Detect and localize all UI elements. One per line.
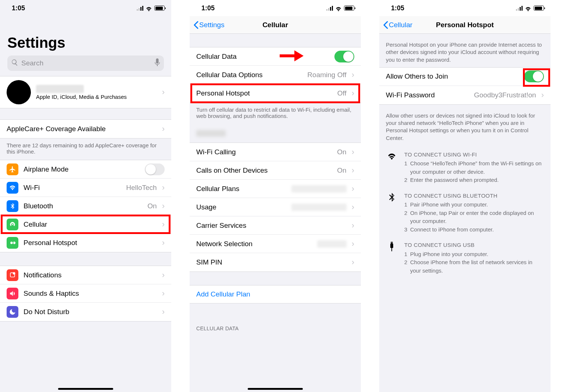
bluetooth-row[interactable]: Bluetooth On ›	[0, 197, 171, 215]
personal-hotspot-row[interactable]: Personal Hotspot Off ›	[190, 84, 361, 103]
status-bar: 1:05	[0, 0, 171, 16]
chevron-right-icon: ›	[352, 70, 354, 80]
hotspot-intro: Personal Hotspot on your iPhone can prov…	[379, 34, 551, 67]
wifi-icon	[386, 151, 398, 161]
chevron-right-icon: ›	[162, 220, 165, 229]
allow-others-toggle[interactable]	[524, 71, 544, 82]
carrier-services-row[interactable]: Carrier Services ›	[190, 216, 361, 235]
chevron-right-icon: ›	[352, 221, 354, 230]
chevron-right-icon: ›	[352, 166, 354, 175]
dnd-row[interactable]: Do Not Disturb ›	[0, 303, 171, 321]
search-input[interactable]: Search	[7, 55, 164, 71]
bluetooth-icon	[7, 200, 18, 212]
search-placeholder: Search	[21, 59, 151, 67]
hotspot-row[interactable]: Personal Hotspot ›	[0, 234, 171, 252]
chevron-right-icon: ›	[352, 89, 354, 98]
cellular-data-options-row[interactable]: Cellular Data Options Roaming Off ›	[190, 66, 361, 84]
status-bar: 1:05	[379, 0, 551, 16]
wifi-calling-row[interactable]: Wi-Fi Calling On ›	[190, 143, 361, 161]
notifications-row[interactable]: Notifications ›	[0, 266, 171, 284]
redacted-value	[317, 240, 347, 248]
chevron-right-icon: ›	[162, 183, 165, 193]
battery-icon	[344, 6, 354, 11]
redacted-value	[291, 185, 347, 193]
connect-bluetooth-section: TO CONNECT USING BLUETOOTH 1Pair iPhone …	[379, 187, 551, 236]
back-button[interactable]: Cellular	[383, 21, 412, 29]
allow-others-note: Allow other users or devices not signed …	[379, 105, 551, 145]
cellular-data-note: Turn off cellular data to restrict all d…	[190, 103, 361, 124]
applecare-row[interactable]: AppleCare+ Coverage Available ›	[0, 120, 171, 138]
signal-icon	[137, 6, 143, 11]
status-time: 1:05	[7, 4, 25, 12]
usb-icon	[386, 241, 398, 251]
chevron-right-icon: ›	[162, 87, 165, 97]
chevron-right-icon: ›	[162, 270, 165, 280]
mic-icon[interactable]	[154, 58, 160, 68]
screen-cellular: 1:05 Settings Cellular Cellular Data Cel…	[190, 0, 361, 392]
apple-id-subtitle: Apple ID, iCloud, Media & Purchases	[36, 94, 127, 100]
cellular-plans-row[interactable]: Cellular Plans ›	[190, 180, 361, 198]
home-indicator	[248, 388, 303, 390]
back-button[interactable]: Settings	[193, 21, 225, 29]
wifi-icon	[146, 6, 152, 11]
chevron-right-icon: ›	[352, 184, 354, 194]
svg-rect-5	[391, 242, 391, 242]
battery-icon	[534, 6, 544, 11]
apple-id-row[interactable]: Apple ID, iCloud, Media & Purchases ›	[0, 76, 171, 108]
connect-wifi-section: TO CONNECT USING WI-FI 1Choose “HelloTec…	[379, 145, 551, 187]
usage-row[interactable]: Usage ›	[190, 198, 361, 216]
battery-icon	[154, 6, 165, 11]
svg-rect-6	[392, 242, 392, 242]
sounds-icon	[7, 288, 18, 299]
connect-usb-section: TO CONNECT USING USB 1Plug iPhone into y…	[379, 236, 551, 277]
cellular-icon	[7, 219, 18, 230]
bluetooth-icon	[386, 192, 398, 202]
airplane-icon	[7, 163, 18, 175]
sim-pin-row[interactable]: SIM PIN ›	[190, 253, 361, 271]
airplane-toggle[interactable]	[145, 163, 165, 175]
search-icon	[11, 59, 18, 68]
section-header-cellular-data: CELLULAR DATA	[190, 318, 361, 334]
chevron-left-icon	[193, 21, 198, 29]
applecare-note: There are 12 days remaining to add Apple…	[0, 139, 171, 160]
notifications-icon	[7, 269, 18, 281]
svg-rect-7	[390, 244, 393, 248]
redacted-value	[291, 204, 347, 211]
cellular-data-row[interactable]: Cellular Data	[190, 47, 361, 66]
svg-point-1	[13, 272, 15, 274]
chevron-right-icon: ›	[352, 258, 354, 267]
screen-hotspot: 1:05 Cellular Personal Hotspot Personal …	[379, 0, 551, 392]
sounds-row[interactable]: Sounds & Haptics ›	[0, 284, 171, 303]
status-bar: 1:05	[190, 0, 361, 16]
apple-id-name-redacted	[36, 85, 84, 93]
hotspot-icon	[7, 237, 18, 249]
wifi-icon	[7, 182, 18, 194]
wifi-icon	[335, 6, 342, 11]
nav-bar: Cellular Personal Hotspot	[379, 16, 551, 34]
chevron-right-icon: ›	[541, 90, 544, 100]
wifi-password-row[interactable]: Wi-Fi Password Goodby3Frustrat!on ›	[379, 86, 551, 104]
svg-rect-4	[391, 242, 392, 244]
cellular-row[interactable]: Cellular ›	[0, 215, 171, 234]
page-title: Settings	[0, 16, 171, 55]
chevron-right-icon: ›	[352, 147, 354, 157]
nav-bar: Settings Cellular	[190, 16, 361, 34]
status-time: 1:05	[196, 4, 215, 12]
red-arrow-annotation	[278, 48, 304, 65]
chevron-right-icon: ›	[352, 202, 354, 212]
signal-icon	[326, 6, 333, 11]
chevron-right-icon: ›	[162, 238, 165, 248]
allow-others-row[interactable]: Allow Others to Join	[379, 68, 551, 86]
chevron-right-icon: ›	[162, 307, 165, 317]
chevron-right-icon: ›	[162, 289, 165, 298]
calls-other-devices-row[interactable]: Calls on Other Devices On ›	[190, 161, 361, 180]
cellular-data-toggle[interactable]	[334, 51, 354, 62]
screen-settings: 1:05 Settings Search Apple ID, iCloud, M…	[0, 0, 171, 392]
wifi-row[interactable]: Wi-Fi HelloTech ›	[0, 179, 171, 197]
add-cellular-plan-button[interactable]: Add Cellular Plan	[190, 285, 361, 303]
avatar	[7, 80, 31, 104]
wifi-icon	[525, 6, 531, 11]
chevron-left-icon	[383, 21, 388, 29]
airplane-mode-row[interactable]: Airplane Mode	[0, 160, 171, 179]
network-selection-row[interactable]: Network Selection ›	[190, 235, 361, 253]
